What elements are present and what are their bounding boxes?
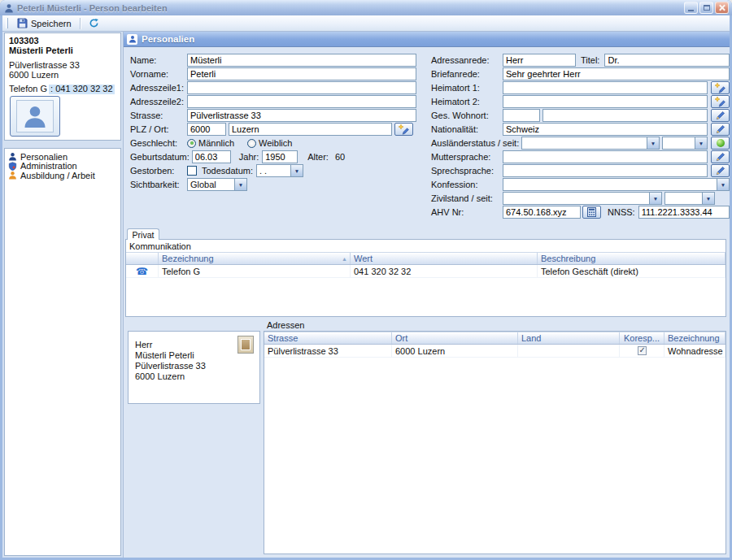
app-window: Peterli Müsterli - Person bearbeiten Spe… (0, 0, 732, 560)
titlebar: Peterli Müsterli - Person bearbeiten (0, 0, 732, 15)
name-field[interactable] (187, 54, 416, 67)
dropdown-arrow-icon[interactable] (717, 179, 729, 190)
column-header-land[interactable]: Land (518, 332, 620, 344)
todesdatum-combo[interactable]: . . (256, 164, 303, 177)
adresszeile1-field[interactable] (187, 81, 416, 94)
jahr-field[interactable] (262, 150, 298, 163)
save-icon (17, 18, 28, 28)
ges-wohnort-field[interactable] (542, 109, 708, 122)
close-button[interactable] (715, 2, 729, 14)
dropdown-arrow-icon[interactable] (290, 165, 303, 176)
sidebar: 103303 Müsterli Peterli Pülverlistrasse … (2, 32, 123, 558)
nnss-field[interactable] (638, 206, 730, 219)
maennlich-label: Männlich (198, 138, 234, 148)
header-person-icon (127, 34, 137, 45)
vorname-field[interactable] (187, 67, 416, 80)
weiblich-radio[interactable] (247, 139, 256, 148)
column-header-label: Beschreibung (541, 254, 595, 263)
column-header-label: Strasse (268, 333, 298, 343)
avatar[interactable] (10, 96, 60, 137)
heimatort1-field[interactable] (503, 81, 708, 94)
heimatort1-label: Heimatort 1: (431, 83, 503, 93)
ges-wohnort-plz-field[interactable] (503, 109, 540, 122)
lookup-icon (715, 97, 725, 107)
sidebar-item-personalien[interactable]: Personalien (5, 152, 120, 162)
ahv-calc-button[interactable] (582, 206, 601, 219)
dropdown-arrow-icon[interactable] (234, 179, 246, 190)
dropdown-arrow-icon[interactable] (649, 193, 661, 204)
auslaenderstatus-action-button[interactable] (711, 137, 730, 150)
sprechsprache-label: Sprechsprache: (431, 166, 503, 176)
toolbar-grip[interactable] (6, 18, 8, 28)
geburtsdatum-field[interactable] (192, 150, 231, 163)
plz-lookup-button[interactable] (394, 123, 413, 136)
sichtbarkeit-combo[interactable]: Global (187, 178, 247, 191)
pencil-icon (716, 124, 725, 134)
pencil-icon (716, 166, 725, 176)
nationalitaet-field[interactable] (503, 123, 708, 136)
green-ball-icon (717, 139, 725, 147)
muttersprache-field[interactable] (503, 150, 708, 163)
dropdown-arrow-icon[interactable] (702, 193, 714, 204)
ahv-field[interactable] (503, 206, 581, 219)
adresszeile2-field[interactable] (187, 95, 416, 108)
zivilstand-seit-combo[interactable] (664, 192, 715, 205)
tab-privat[interactable]: Privat (127, 228, 159, 240)
heimatort2-field[interactable] (503, 95, 708, 108)
cell-ort: 6000 Luzern (392, 345, 518, 357)
column-header-bezeichnung[interactable]: Bezeichnung ▲ (159, 253, 351, 264)
column-header-bezeichnung[interactable]: Bezeichnung (664, 332, 725, 344)
adressen-row[interactable]: Pülverlistrasse 33 6000 Luzern Wohnadres… (264, 345, 725, 358)
ges-wohnort-edit-button[interactable] (711, 109, 730, 122)
dropdown-arrow-icon[interactable] (647, 137, 659, 149)
person-id: 103303 (9, 37, 120, 46)
heimatort1-lookup-button[interactable] (711, 81, 730, 94)
save-button[interactable]: Speichern (12, 16, 76, 31)
titel-field[interactable] (604, 54, 730, 67)
minimize-button[interactable] (684, 2, 698, 14)
geburtsdatum-label: Geburtsdatum: (130, 152, 192, 162)
adressanrede-field[interactable] (503, 54, 576, 67)
sichtbarkeit-label: Sichtbarkeit: (130, 180, 187, 189)
refresh-icon (89, 18, 99, 28)
icon-column-header[interactable] (126, 253, 159, 264)
koresp-checkbox[interactable] (638, 346, 647, 355)
column-header-strasse[interactable]: Strasse (264, 332, 392, 344)
dropdown-arrow-icon[interactable] (695, 137, 707, 149)
ort-field[interactable] (229, 123, 392, 136)
strasse-field[interactable] (187, 109, 416, 122)
nationalitaet-edit-button[interactable] (711, 123, 730, 136)
alter-label: Alter: (307, 152, 329, 162)
maennlich-radio[interactable] (187, 139, 196, 148)
lookup-icon (715, 83, 725, 93)
form-left-column: Name: Vorname: Adresszeile1: Adresszeile… (130, 54, 416, 192)
heimatort2-lookup-button[interactable] (711, 95, 730, 108)
todesdatum-label: Todesdatum: (202, 166, 253, 176)
sidebar-item-label: Personalien (20, 152, 68, 162)
zivilstand-combo[interactable] (503, 192, 662, 205)
column-header-koresp[interactable]: Koresp... (620, 332, 664, 344)
sprechsprache-edit-button[interactable] (711, 164, 730, 177)
konfession-combo[interactable] (503, 178, 730, 191)
name-label: Name: (130, 55, 187, 65)
column-header-label: Koresp... (624, 333, 660, 343)
person-name: Müsterli Peterli (9, 46, 120, 56)
kommunikation-row[interactable]: ☎ Telefon G 041 320 32 32 Telefon Geschä… (126, 265, 725, 278)
sprechsprache-field[interactable] (503, 164, 708, 177)
sidebar-item-administration[interactable]: Administration (5, 162, 120, 171)
muttersprache-edit-button[interactable] (711, 150, 730, 163)
maximize-button[interactable] (699, 2, 713, 14)
plz-field[interactable] (187, 123, 226, 136)
sort-asc-icon: ▲ (342, 256, 347, 262)
adressanrede-label: Adressanrede: (431, 55, 503, 65)
weiblich-label: Weiblich (259, 138, 292, 148)
sidebar-item-ausbildung[interactable]: Ausbildung / Arbeit (5, 171, 120, 180)
column-header-wert[interactable]: Wert (351, 253, 538, 264)
column-header-beschreibung[interactable]: Beschreibung (538, 253, 725, 264)
auslaenderstatus-seit-combo[interactable] (662, 137, 708, 150)
refresh-button[interactable] (84, 16, 104, 31)
briefanrede-field[interactable] (503, 67, 730, 80)
column-header-ort[interactable]: Ort (392, 332, 518, 344)
gestorben-checkbox[interactable] (187, 166, 197, 176)
auslaenderstatus-combo[interactable] (521, 137, 660, 150)
